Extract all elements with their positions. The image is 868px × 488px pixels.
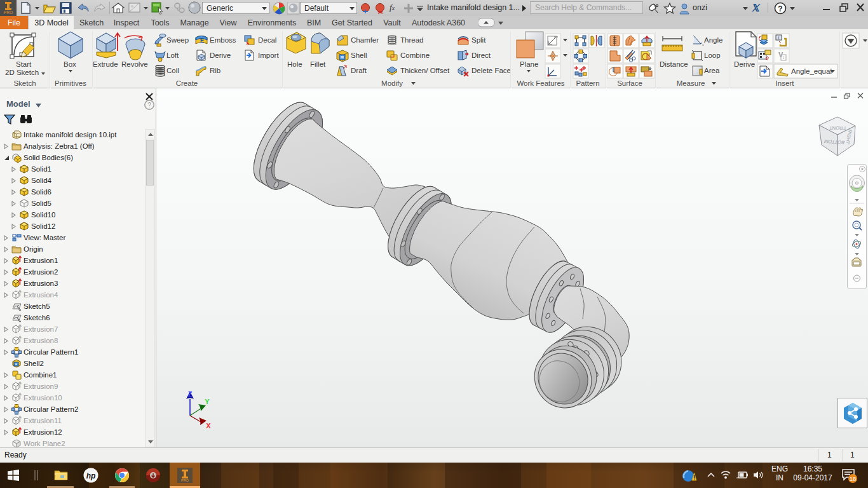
svg-text:X: X — [206, 422, 211, 428]
svg-text:E: E — [200, 37, 204, 44]
svg-text:PRO: PRO — [4, 10, 13, 15]
svg-text:FRONT: FRONT — [829, 125, 846, 131]
svg-text:Z: Z — [188, 390, 193, 398]
svg-text:Angle_equal: Angle_equal — [791, 67, 832, 75]
svg-text:hp: hp — [86, 471, 96, 480]
svg-text:?: ? — [778, 4, 782, 13]
svg-text:?: ? — [147, 102, 151, 109]
svg-text:Y: Y — [205, 398, 210, 405]
svg-text:18: 18 — [850, 475, 857, 482]
svg-text:PRO: PRO — [181, 478, 189, 482]
